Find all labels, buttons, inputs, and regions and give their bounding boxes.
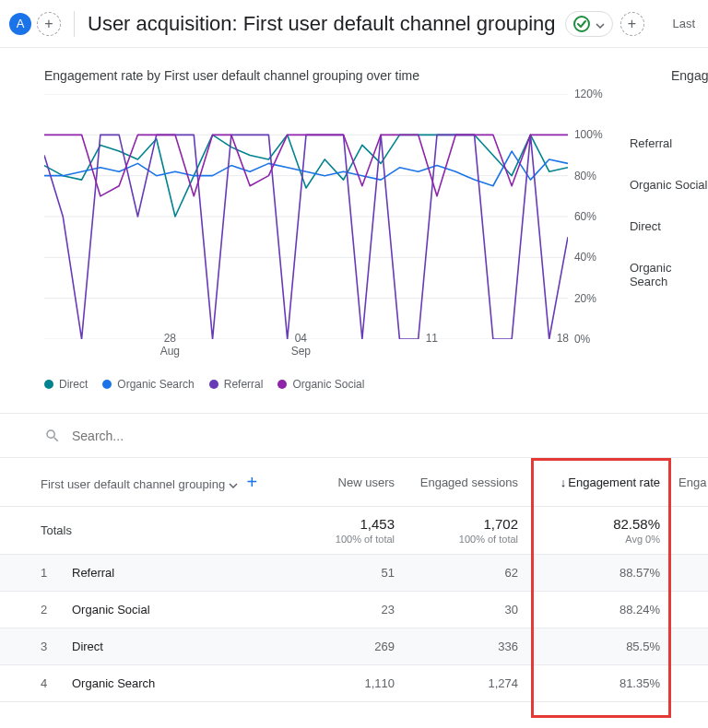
table-row[interactable]: 4Organic Search1,1101,27481.35% [0,665,708,702]
column-new-users[interactable]: New users [321,458,404,507]
add-dimension-button[interactable]: + [241,471,263,493]
divider [74,11,75,37]
chart-legend: DirectOrganic SearchReferralOrganic Soci… [44,378,708,391]
data-table: First user default channel grouping + Ne… [0,458,708,702]
chevron-down-icon [229,483,238,488]
table-row[interactable]: 2Organic Social233088.24% [0,592,708,628]
side-legend-item[interactable]: Referral [630,136,708,150]
chevron-down-icon [596,16,605,32]
page-title: User acquisition: First user default cha… [88,12,556,36]
check-circle-icon [573,16,590,32]
sort-descending-icon: ↓ [560,476,567,489]
side-legend-item[interactable]: Organic Social [630,178,708,192]
side-legend-item[interactable]: Direct [630,219,708,233]
search-input[interactable] [72,429,348,443]
legend-item[interactable]: Organic Search [102,378,194,391]
chart-title: Engagement rate by First user default ch… [44,68,708,83]
table-search-row [0,414,708,458]
dimension-header[interactable]: First user default channel grouping [41,477,225,491]
date-range-label[interactable]: Last [672,17,699,30]
add-comparison-button[interactable]: + [37,12,61,36]
legend-item[interactable]: Direct [44,378,88,391]
secondary-chart-title: Engagement r [671,68,708,83]
status-dropdown[interactable] [565,11,613,37]
totals-engagement-rate: 82.58% [537,516,660,532]
column-engagement-rate[interactable]: ↓Engagement rate [527,458,669,507]
account-avatar[interactable]: A [9,13,31,35]
legend-item[interactable]: Organic Social [277,378,364,391]
side-legend-item[interactable]: Organic Search [630,261,708,288]
totals-new-users: 1,453 [330,516,395,532]
table-row[interactable]: 1Referral516288.57% [0,555,708,592]
legend-item[interactable]: Referral [209,378,264,391]
column-extra[interactable]: Enga [669,458,708,507]
table-row[interactable]: 3Direct26933685.5% [0,628,708,665]
search-icon [44,428,61,444]
page-header: A + User acquisition: First user default… [0,0,708,48]
totals-engaged-sessions: 1,702 [413,516,518,532]
add-filter-button[interactable]: + [620,12,644,36]
side-legend: ReferralOrganic SocialDirectOrganic Sear… [630,94,708,361]
engagement-chart[interactable]: 120%100%80%60%40%20%0% 28Aug04Sep1118 [44,94,537,361]
column-engaged-sessions[interactable]: Engaged sessions [404,458,527,507]
totals-label: Totals [41,523,72,537]
x-axis-labels: 28Aug04Sep1118 [44,332,568,361]
